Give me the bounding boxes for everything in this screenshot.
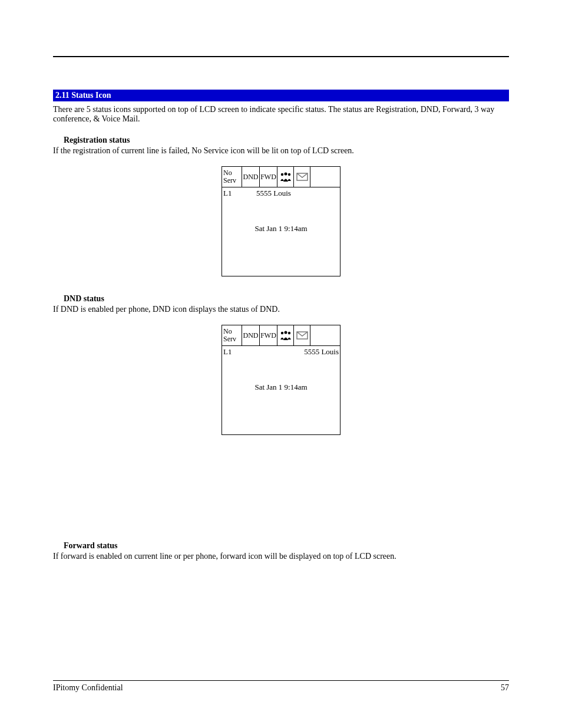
no-service-icon: No Serv bbox=[222, 325, 242, 345]
svg-point-5 bbox=[284, 331, 287, 334]
lcd-body: L1 5555 Louis Sat Jan 1 9:14am bbox=[222, 346, 340, 434]
dnd-desc: If DND is enabled per phone, DND icon di… bbox=[53, 305, 509, 314]
svg-point-6 bbox=[287, 332, 290, 334]
conference-icon bbox=[277, 325, 294, 345]
no-service-icon: No Serv bbox=[222, 167, 242, 187]
lcd-screen-dnd: No Serv DND FWD bbox=[222, 325, 340, 435]
lcd-screen-registration: No Serv DND FWD bbox=[222, 166, 340, 276]
lcd-status-row: No Serv DND FWD bbox=[222, 325, 340, 346]
svg-point-2 bbox=[287, 173, 290, 176]
lcd-datetime: Sat Jan 1 9:14am bbox=[222, 224, 340, 233]
lcd-body: L1 5555 Louis Sat Jan 1 9:14am bbox=[222, 187, 340, 276]
registration-desc: If the registration of current line is f… bbox=[53, 146, 509, 156]
lcd-extension-name: 5555 Louis bbox=[256, 189, 291, 198]
dnd-icon-cell: DND bbox=[242, 167, 260, 187]
lcd-status-row: No Serv DND FWD bbox=[222, 167, 340, 187]
conference-icon bbox=[277, 167, 294, 187]
top-rule bbox=[53, 56, 509, 57]
lcd-empty-cell bbox=[310, 167, 340, 187]
svg-point-0 bbox=[280, 173, 283, 176]
lcd-datetime: Sat Jan 1 9:14am bbox=[222, 383, 340, 392]
fwd-icon-cell: FWD bbox=[260, 167, 277, 187]
lcd-line-label: L1 bbox=[223, 189, 232, 198]
intro-text: There are 5 status icons supported on to… bbox=[53, 105, 509, 124]
page-footer: IPitomy Confidential 57 bbox=[53, 680, 509, 693]
forward-heading: Forward status bbox=[64, 541, 509, 551]
lcd-empty-cell bbox=[310, 325, 340, 345]
lcd-extension-name: 5555 Louis bbox=[304, 347, 339, 357]
forward-desc: If forward is enabled on current line or… bbox=[53, 552, 509, 561]
dnd-icon-cell: DND bbox=[242, 325, 260, 345]
page-number: 57 bbox=[501, 683, 509, 693]
dnd-heading: DND status bbox=[64, 294, 509, 304]
svg-point-4 bbox=[280, 332, 283, 334]
lcd-line-label: L1 bbox=[223, 347, 232, 357]
footer-left: IPitomy Confidential bbox=[53, 683, 123, 693]
voicemail-icon bbox=[294, 167, 310, 187]
fwd-icon-cell: FWD bbox=[260, 325, 277, 345]
section-heading: 2.11 Status Icon bbox=[53, 90, 509, 101]
voicemail-icon bbox=[294, 325, 310, 345]
svg-point-1 bbox=[284, 173, 287, 176]
registration-heading: Registration status bbox=[64, 136, 509, 145]
